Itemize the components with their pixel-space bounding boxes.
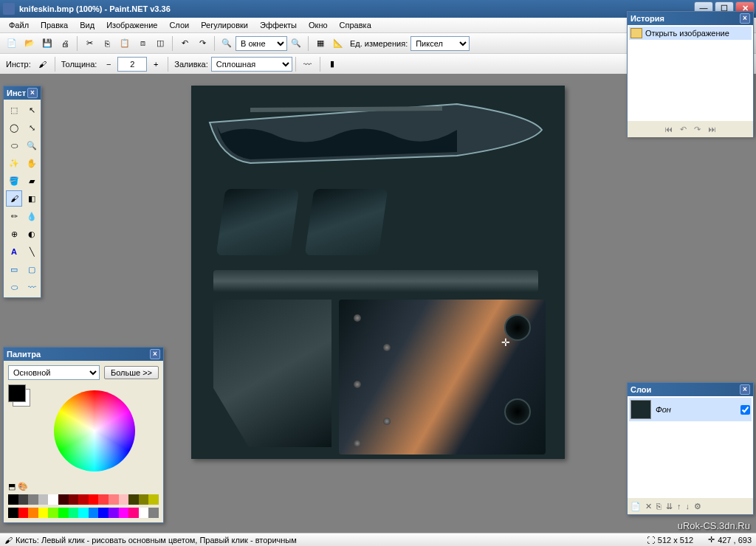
swatch-row-2[interactable] — [8, 508, 159, 518]
color-swatch[interactable] — [28, 494, 38, 505]
blend-button[interactable]: ▮ — [324, 56, 340, 72]
ruler-button[interactable]: 📐 — [330, 35, 346, 52]
new-button[interactable]: 📄 — [4, 35, 20, 52]
magic-wand-tool[interactable]: ✨ — [6, 155, 22, 171]
history-close-button[interactable]: × — [740, 13, 750, 24]
zoom-tool[interactable]: 🔍 — [24, 137, 40, 153]
menu-view[interactable]: Вид — [74, 19, 100, 31]
toolbox-close-button[interactable]: × — [27, 88, 38, 98]
redo-button[interactable]: ↷ — [194, 35, 210, 52]
color-swatch[interactable] — [119, 494, 129, 505]
rect-select-tool[interactable]: ⬚ — [6, 102, 22, 118]
color-swatch[interactable] — [109, 494, 119, 505]
history-titlebar[interactable]: История × — [628, 12, 753, 25]
history-window[interactable]: История × Открыть изображение ⏮ ↶ ↷ ⏭ — [627, 11, 754, 136]
freeform-tool[interactable]: 〰 — [24, 279, 40, 295]
toolbox-titlebar[interactable]: Инст × — [4, 86, 41, 100]
thickness-minus-button[interactable]: − — [100, 56, 117, 72]
history-undo-button[interactable]: ↶ — [680, 125, 687, 134]
swatch-row-1[interactable] — [8, 494, 159, 505]
color-swatch[interactable] — [28, 508, 38, 518]
color-swatch[interactable] — [78, 508, 89, 518]
thickness-plus-button[interactable]: + — [148, 56, 164, 72]
deselect-button[interactable]: ◫ — [152, 35, 168, 52]
palette-close-button[interactable]: × — [150, 349, 160, 359]
color-wheel[interactable] — [54, 390, 135, 471]
color-swatch[interactable] — [119, 508, 129, 518]
menu-file[interactable]: Файл — [3, 19, 35, 31]
palette-window[interactable]: Палитра × Основной Больше >> ⬒ 🎨 — [3, 347, 164, 523]
color-swatch[interactable] — [48, 494, 58, 505]
text-tool[interactable]: A — [6, 243, 22, 260]
layer-item[interactable]: Фон — [629, 398, 752, 421]
lasso-tool[interactable]: ◯ — [6, 120, 22, 136]
color-swatch[interactable] — [139, 494, 149, 505]
color-swatch[interactable] — [98, 494, 109, 505]
canvas[interactable]: ✛ — [191, 86, 565, 459]
color-mode-select[interactable]: Основной — [8, 365, 100, 380]
crop-button[interactable]: ⧈ — [134, 35, 151, 52]
rect-tool[interactable]: ▭ — [6, 261, 22, 277]
color-swatch[interactable] — [58, 494, 69, 505]
menu-window[interactable]: Окно — [303, 19, 334, 31]
fill-tool[interactable]: 🪣 — [6, 173, 22, 189]
menu-image[interactable]: Изображение — [100, 19, 163, 31]
layer-visibility-checkbox[interactable] — [740, 405, 750, 415]
layer-delete-button[interactable]: ✕ — [645, 502, 652, 511]
color-swatch[interactable] — [38, 494, 49, 505]
color-swatch[interactable] — [18, 508, 29, 518]
antialias-button[interactable]: 〰 — [300, 56, 316, 72]
color-swatch[interactable] — [69, 494, 79, 505]
paste-button[interactable]: 📋 — [117, 35, 133, 52]
history-item[interactable]: Открыть изображение — [629, 27, 752, 40]
layer-down-button[interactable]: ↓ — [686, 502, 690, 511]
clone-tool[interactable]: ⊕ — [6, 226, 22, 242]
menu-edit[interactable]: Правка — [35, 19, 74, 31]
color-swatch[interactable] — [89, 508, 99, 518]
color-swatch[interactable] — [8, 508, 18, 518]
move-selection-tool[interactable]: ↖ — [24, 102, 40, 118]
menu-help[interactable]: Справка — [334, 19, 377, 31]
color-picker-tool[interactable]: 💧 — [24, 208, 40, 224]
color-swatch[interactable] — [148, 494, 159, 505]
print-button[interactable]: 🖨 — [57, 35, 73, 52]
history-last-button[interactable]: ⏭ — [708, 125, 716, 134]
pencil-tool[interactable]: ✏ — [6, 208, 22, 224]
color-swatch[interactable] — [98, 508, 109, 518]
toolbox-window[interactable]: Инст × ⬚ ↖ ◯ ⤡ ⬭ 🔍 ✨ ✋ 🪣 ▰ 🖌 ◧ ✏ 💧 ⊕ ◐ A… — [3, 86, 41, 298]
layer-duplicate-button[interactable]: ⎘ — [656, 502, 662, 511]
grid-button[interactable]: ▦ — [312, 35, 329, 52]
color-swatch[interactable] — [109, 508, 119, 518]
move-pixels-tool[interactable]: ⤡ — [24, 120, 40, 136]
color-swatch[interactable] — [8, 494, 18, 505]
copy-button[interactable]: ⎘ — [99, 35, 115, 52]
color-swatch[interactable] — [78, 494, 89, 505]
zoom-out-button[interactable]: 🔍 — [288, 35, 304, 52]
menu-layers[interactable]: Слои — [163, 19, 195, 31]
layers-window[interactable]: Слои × Фон 📄 ✕ ⎘ ⇊ ↑ ↓ ⚙ — [627, 382, 754, 515]
layer-props-button[interactable]: ⚙ — [694, 502, 701, 511]
color-swatch[interactable] — [38, 508, 49, 518]
undo-button[interactable]: ↶ — [176, 35, 193, 52]
color-swatch[interactable] — [58, 508, 69, 518]
primary-color-swatch[interactable] — [8, 384, 26, 402]
color-swatch[interactable] — [89, 494, 99, 505]
brush-indicator-icon[interactable]: 🖌 — [35, 56, 51, 72]
color-swatch[interactable] — [48, 508, 58, 518]
color-swatch[interactable] — [128, 494, 139, 505]
menu-adjust[interactable]: Регулировки — [195, 19, 254, 31]
color-swatch[interactable] — [148, 508, 159, 518]
save-button[interactable]: 💾 — [39, 35, 55, 52]
color-swatch[interactable] — [18, 494, 29, 505]
history-redo-button[interactable]: ↷ — [694, 125, 701, 134]
gradient-tool[interactable]: ▰ — [24, 173, 40, 189]
thickness-input[interactable] — [117, 57, 147, 72]
cut-button[interactable]: ✂ — [81, 35, 97, 52]
layer-new-button[interactable]: 📄 — [630, 502, 641, 511]
layers-close-button[interactable]: × — [740, 384, 750, 395]
recolor-tool[interactable]: ◐ — [24, 226, 40, 242]
color-swatch[interactable] — [69, 508, 79, 518]
layers-titlebar[interactable]: Слои × — [628, 383, 753, 396]
menu-effects[interactable]: Эффекты — [254, 19, 303, 31]
ellipse-tool[interactable]: ⬭ — [6, 279, 22, 295]
